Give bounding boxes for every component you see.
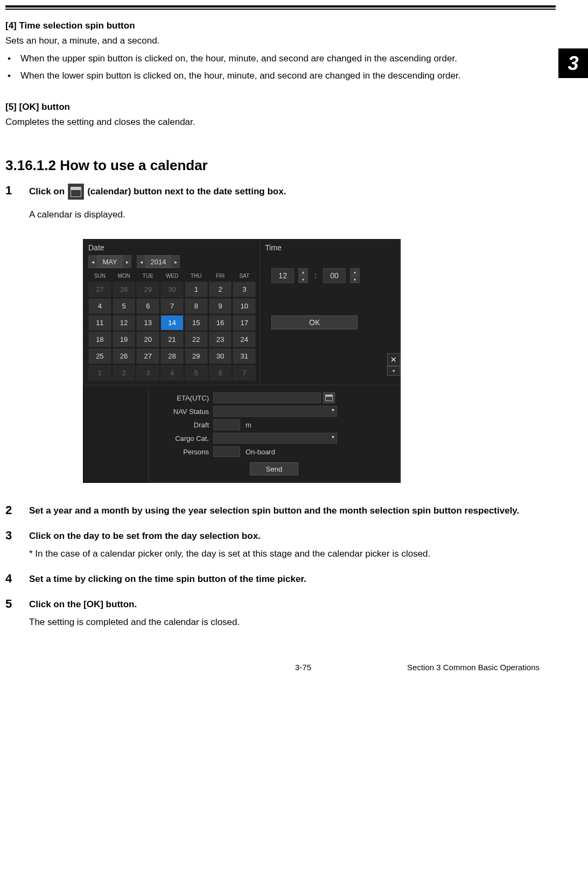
- step-2: 2 Set a year and a month by using the ye…: [5, 503, 556, 519]
- calendar-day[interactable]: 3: [136, 365, 159, 381]
- calendar-panel: Date ◂ MAY ▸ ◂ 2014 ▸: [83, 240, 400, 385]
- calendar-day[interactable]: 5: [113, 298, 136, 314]
- hour-up-button[interactable]: ▴: [298, 268, 308, 276]
- minute-spin[interactable]: ▴ ▾: [350, 268, 360, 283]
- calendar-day[interactable]: 7: [233, 365, 256, 381]
- chevron-down-icon[interactable]: ▾: [387, 366, 400, 376]
- calendar-dow: TUE: [136, 271, 159, 280]
- nav-status-label: NAV Status: [154, 408, 213, 416]
- page-footer: 3-75 Section 3 Common Basic Operations: [5, 663, 556, 672]
- month-next-button[interactable]: ▸: [123, 255, 131, 268]
- step-5-heading: Click on the [OK] button.: [29, 597, 556, 613]
- calendar-day[interactable]: 4: [88, 298, 111, 314]
- calendar-day[interactable]: 7: [160, 298, 184, 314]
- calendar-day[interactable]: 9: [209, 298, 232, 314]
- page-number: 3-75: [295, 663, 311, 672]
- calendar-day[interactable]: 13: [136, 315, 159, 331]
- bullet-mark: •: [5, 67, 20, 85]
- calendar-day[interactable]: 29: [185, 348, 208, 364]
- calendar-day[interactable]: 26: [113, 348, 136, 364]
- section-name: Section 3 Common Basic Operations: [407, 663, 540, 672]
- year-next-button[interactable]: ▸: [171, 255, 180, 268]
- draft-label: Draft: [154, 421, 213, 429]
- calendar-dow: SAT: [233, 271, 256, 280]
- calendar-day[interactable]: 8: [185, 298, 208, 314]
- calendar-day[interactable]: 15: [185, 315, 208, 331]
- calendar-day[interactable]: 31: [233, 348, 256, 364]
- month-prev-button[interactable]: ◂: [88, 255, 97, 268]
- nav-status-dropdown[interactable]: [213, 406, 337, 417]
- hour-spin[interactable]: ▴ ▾: [298, 268, 308, 283]
- ok-button[interactable]: OK: [271, 315, 358, 329]
- eta-field[interactable]: [213, 392, 321, 403]
- step-3-heading: Click on the day to be set from the day …: [29, 529, 556, 544]
- calendar-day[interactable]: 6: [136, 298, 159, 314]
- calendar-day[interactable]: 24: [233, 332, 256, 347]
- calendar-day[interactable]: 5: [185, 365, 208, 381]
- calendar-dow: FRI: [209, 271, 232, 280]
- calendar-day[interactable]: 29: [136, 282, 159, 297]
- calendar-dow: SUN: [88, 271, 111, 280]
- time-colon: :: [312, 271, 319, 280]
- calendar-day[interactable]: 1: [185, 282, 208, 297]
- chapter-tab: 3: [558, 48, 588, 78]
- cargo-dropdown[interactable]: [213, 433, 337, 444]
- section-5-heading: [5] [OK] button: [5, 102, 556, 113]
- year-prev-button[interactable]: ◂: [137, 255, 145, 268]
- calendar-day[interactable]: 1: [88, 365, 111, 381]
- section-4-bullets: • When the upper spin button is clicked …: [5, 50, 556, 85]
- persons-field[interactable]: [213, 446, 240, 457]
- draft-field[interactable]: [213, 419, 240, 430]
- calendar-day[interactable]: 6: [209, 365, 232, 381]
- calendar-day[interactable]: 2: [209, 282, 232, 297]
- step-1-head-post: (calendar) button next to the date setti…: [87, 184, 286, 200]
- step-1-desc: A calendar is displayed.: [29, 207, 556, 223]
- calendar-icon[interactable]: [68, 184, 84, 200]
- calendar-day[interactable]: 28: [113, 282, 136, 297]
- calendar-day[interactable]: 30: [209, 348, 232, 364]
- hour-value: 12: [271, 268, 294, 283]
- calendar-day[interactable]: 27: [136, 348, 159, 364]
- calendar-day[interactable]: 12: [113, 315, 136, 331]
- send-button[interactable]: Send: [250, 462, 298, 475]
- section-4-lead: Sets an hour, a minute, and a second.: [5, 33, 556, 49]
- calendar-day[interactable]: 21: [160, 332, 184, 347]
- calendar-day[interactable]: 20: [136, 332, 159, 347]
- minute-value: 00: [323, 268, 346, 283]
- step-5-desc: The setting is completed and the calenda…: [29, 615, 556, 630]
- top-rule: [5, 5, 556, 10]
- year-spin[interactable]: ◂ 2014 ▸: [137, 255, 180, 268]
- calendar-icon[interactable]: [323, 392, 335, 403]
- calendar-day[interactable]: 28: [160, 348, 184, 364]
- month-spin[interactable]: ◂ MAY ▸: [88, 255, 131, 268]
- calendar-day[interactable]: 16: [209, 315, 232, 331]
- hour-down-button[interactable]: ▾: [298, 276, 308, 283]
- minute-up-button[interactable]: ▴: [350, 268, 360, 276]
- step-number: 1: [5, 184, 29, 494]
- calendar-day[interactable]: 14: [160, 315, 184, 331]
- calendar-day[interactable]: 2: [113, 365, 136, 381]
- section-4-heading: [4] Time selection spin button: [5, 20, 556, 31]
- step-1-heading: Click on (calendar) button next to the d…: [29, 184, 556, 200]
- bullet-mark: •: [5, 50, 20, 67]
- calendar-day[interactable]: 11: [88, 315, 111, 331]
- calendar-day[interactable]: 17: [233, 315, 256, 331]
- calendar-day[interactable]: 18: [88, 332, 111, 347]
- calendar-day[interactable]: 25: [88, 348, 111, 364]
- calendar-day[interactable]: 19: [113, 332, 136, 347]
- section-5-lead: Completes the setting and closes the cal…: [5, 115, 556, 130]
- calendar-day[interactable]: 30: [160, 282, 184, 297]
- calendar-day[interactable]: 10: [233, 298, 256, 314]
- close-icon[interactable]: ✕: [387, 353, 400, 366]
- calendar-day[interactable]: 4: [160, 365, 184, 381]
- bullet-text: When the lower spin button is clicked on…: [20, 67, 556, 85]
- calendar-day[interactable]: 27: [88, 282, 111, 297]
- calendar-day[interactable]: 3: [233, 282, 256, 297]
- calendar-day[interactable]: 23: [209, 332, 232, 347]
- date-label: Date: [88, 243, 256, 252]
- calendar-dow: WED: [160, 271, 184, 280]
- calendar-day[interactable]: 22: [185, 332, 208, 347]
- persons-unit: On-board: [246, 448, 275, 456]
- step-number: 3: [5, 529, 29, 562]
- minute-down-button[interactable]: ▾: [350, 276, 360, 283]
